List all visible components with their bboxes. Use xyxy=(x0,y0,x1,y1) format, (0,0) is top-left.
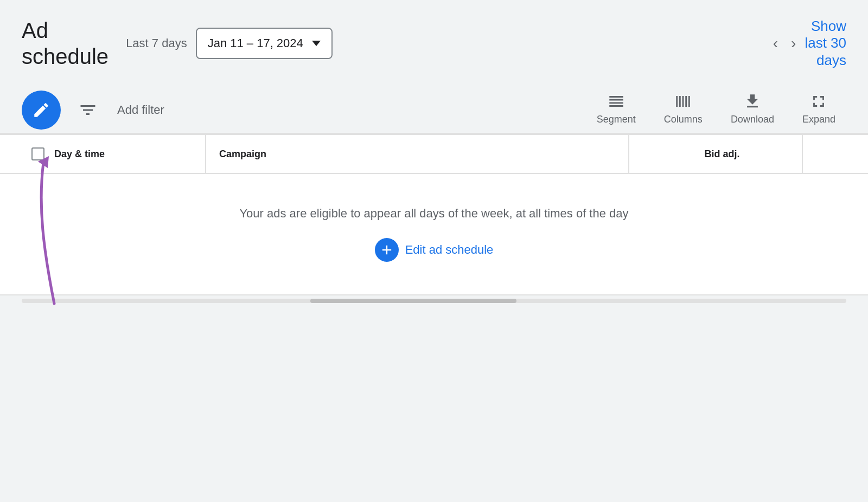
header-left: Ad schedule Last 7 days Jan 11 – 17, 202… xyxy=(22,17,333,69)
last-days-label: Last 7 days xyxy=(126,36,187,50)
col-header-day-time: Day & time xyxy=(54,135,206,173)
download-icon xyxy=(743,92,762,111)
segment-icon xyxy=(607,92,626,111)
horizontal-scrollbar-track[interactable] xyxy=(22,299,846,303)
horizontal-scrollbar-thumb[interactable] xyxy=(310,299,516,303)
expand-label: Expand xyxy=(802,114,835,125)
col-header-campaign: Campaign xyxy=(206,135,629,173)
show-last-30-days-button[interactable]: Show last 30 days xyxy=(805,18,846,69)
chevron-down-icon xyxy=(312,41,321,46)
edit-schedule-label: Edit ad schedule xyxy=(405,243,494,257)
toolbar-area: Add filter Segment Columns Download Exp xyxy=(0,80,868,134)
pencil-icon xyxy=(32,101,50,119)
download-button[interactable]: Download xyxy=(720,87,785,133)
filter-icon xyxy=(78,100,98,120)
columns-icon xyxy=(674,92,692,111)
plus-icon xyxy=(379,242,394,258)
segment-label: Segment xyxy=(597,114,636,125)
next-arrow-button[interactable]: › xyxy=(787,30,800,56)
scrollbar-area xyxy=(0,295,868,306)
plus-circle-icon xyxy=(375,238,399,262)
date-range-section: Last 7 days Jan 11 – 17, 2024 xyxy=(126,28,333,59)
columns-button[interactable]: Columns xyxy=(653,87,713,133)
empty-state-message: Your ads are eligible to appear all days… xyxy=(22,207,846,221)
col-header-bid-adj: Bid adj. xyxy=(629,135,803,173)
empty-state: Your ads are eligible to appear all days… xyxy=(0,174,868,295)
segment-button[interactable]: Segment xyxy=(586,87,647,133)
page-title: Ad schedule xyxy=(22,17,108,69)
table-container: Day & time Campaign Bid adj. Your ads ar… xyxy=(0,134,868,295)
select-all-checkbox-col xyxy=(22,147,54,160)
edit-ad-schedule-button[interactable]: Edit ad schedule xyxy=(375,238,494,262)
nav-arrows: ‹ › xyxy=(769,30,801,56)
add-filter-label[interactable]: Add filter xyxy=(111,99,171,121)
prev-arrow-button[interactable]: ‹ xyxy=(769,30,782,56)
table-header: Day & time Campaign Bid adj. xyxy=(0,135,868,174)
header-area: Ad schedule Last 7 days Jan 11 – 17, 202… xyxy=(0,0,868,80)
date-picker-button[interactable]: Jan 11 – 17, 2024 xyxy=(196,28,333,59)
filter-button[interactable] xyxy=(72,96,104,124)
date-range-value: Jan 11 – 17, 2024 xyxy=(208,36,303,50)
select-all-checkbox[interactable] xyxy=(31,147,44,160)
expand-button[interactable]: Expand xyxy=(792,87,846,133)
edit-button[interactable] xyxy=(22,91,61,130)
download-label: Download xyxy=(731,114,774,125)
expand-icon xyxy=(809,92,828,111)
columns-label: Columns xyxy=(664,114,703,125)
